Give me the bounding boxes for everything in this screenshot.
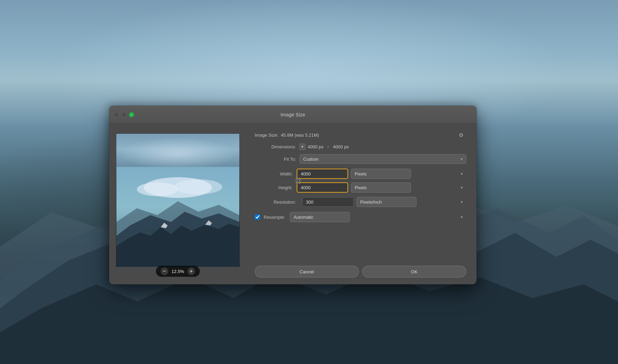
resample-label: Resample: xyxy=(264,215,285,220)
dimensions-separator: × xyxy=(327,144,330,149)
fit-to-row: Fit To: Custom Original Size Letter (300… xyxy=(255,154,466,164)
dimensions-width: 4000 px xyxy=(308,144,323,149)
resolution-label: Resolution: xyxy=(255,200,296,205)
resample-row: Resample: Automatic Preserve Details (en… xyxy=(255,212,466,222)
gear-icon: ⚙ xyxy=(459,132,464,138)
fit-to-select[interactable]: Custom Original Size Letter (300 ppi) Le… xyxy=(299,154,466,164)
dialog-content: − 12.5% + Image Size: 45.8M (was 5.21M) … xyxy=(109,124,477,284)
width-unit-select[interactable]: Pixels Percent Inches cm xyxy=(351,169,411,179)
height-label: Height: xyxy=(255,185,293,190)
resample-select-wrapper: Automatic Preserve Details (enlargement)… xyxy=(290,212,466,222)
width-label: Width: xyxy=(255,171,293,177)
chain-icon: ⛓ xyxy=(295,177,301,184)
minimize-button[interactable] xyxy=(122,112,126,117)
chain-icon-container: ⛓ xyxy=(295,177,301,184)
dimensions-height: 4000 px xyxy=(333,144,349,149)
dimensions-dropdown-button[interactable]: ▾ xyxy=(299,144,306,150)
resolution-unit-wrapper: Pixels/Inch Pixels/cm xyxy=(356,197,466,207)
zoom-plus-icon: + xyxy=(190,269,193,274)
width-row: Width: Pixels Percent Inches cm xyxy=(255,169,466,179)
fit-to-label: Fit To: xyxy=(255,157,296,162)
cancel-button[interactable]: Cancel xyxy=(255,266,359,277)
spacer xyxy=(255,229,466,262)
height-unit-wrapper: Pixels Percent Inches cm xyxy=(351,182,466,193)
resolution-unit-select[interactable]: Pixels/Inch Pixels/cm xyxy=(356,197,416,207)
height-input[interactable] xyxy=(297,182,348,193)
titlebar: Image Size xyxy=(109,106,477,124)
controls-panel: Image Size: 45.8M (was 5.21M) ⚙ Dimensio… xyxy=(247,124,477,284)
height-input-wrapper xyxy=(297,182,348,193)
dimensions-values: ▾ 4000 px × 4000 px xyxy=(299,144,349,150)
fit-to-select-wrapper: Custom Original Size Letter (300 ppi) Le… xyxy=(299,154,466,164)
preview-mountain-svg xyxy=(116,167,239,267)
height-row: Height: Pixels Percent Inches cm xyxy=(255,182,466,193)
ok-button[interactable]: OK xyxy=(362,266,466,277)
maximize-button[interactable] xyxy=(129,112,134,117)
zoom-minus-icon: − xyxy=(163,269,166,274)
zoom-in-button[interactable]: + xyxy=(187,268,195,275)
dialog-title: Image Size xyxy=(281,112,305,117)
preview-panel: − 12.5% + xyxy=(109,124,247,284)
image-size-label: Image Size: xyxy=(255,133,278,138)
zoom-out-button[interactable]: − xyxy=(161,268,168,275)
resample-select[interactable]: Automatic Preserve Details (enlargement)… xyxy=(290,212,350,222)
resample-checkbox[interactable] xyxy=(255,214,260,220)
resolution-input[interactable] xyxy=(302,197,354,207)
image-size-value: 45.8M (was 5.21M) xyxy=(281,133,319,138)
preview-image xyxy=(116,133,240,267)
svg-point-11 xyxy=(174,179,222,194)
wh-section: ⛓ Width: Pixels Percent Inches cm xyxy=(255,169,466,193)
zoom-controls: − 12.5% + xyxy=(156,266,200,277)
width-input-wrapper xyxy=(297,169,348,179)
svg-point-10 xyxy=(137,182,178,196)
gear-button[interactable]: ⚙ xyxy=(459,131,466,139)
image-size-dialog: Image Size xyxy=(109,106,477,284)
dimensions-row: Dimensions: ▾ 4000 px × 4000 px xyxy=(255,144,466,150)
bottom-buttons-row: Cancel OK xyxy=(255,262,466,277)
width-unit-wrapper: Pixels Percent Inches cm xyxy=(351,169,466,179)
image-size-info-row: Image Size: 45.8M (was 5.21M) ⚙ xyxy=(255,131,466,139)
resolution-row: Resolution: Pixels/Inch Pixels/cm xyxy=(255,197,466,207)
close-button[interactable] xyxy=(114,112,119,117)
traffic-lights xyxy=(114,112,134,117)
height-unit-select[interactable]: Pixels Percent Inches cm xyxy=(351,182,411,193)
dimensions-label: Dimensions: xyxy=(255,144,296,149)
width-input[interactable] xyxy=(297,169,348,179)
zoom-value: 12.5% xyxy=(171,269,185,274)
image-size-info: Image Size: 45.8M (was 5.21M) xyxy=(255,133,319,138)
